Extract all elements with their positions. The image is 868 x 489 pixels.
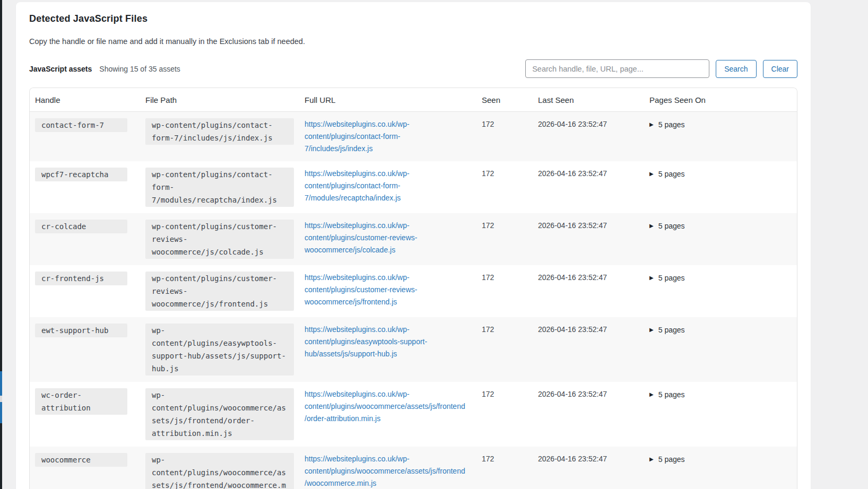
column-header-last-seen: Last Seen (533, 88, 644, 111)
file-path-badge: wp-content/plugins/customer-reviews-wooc… (145, 272, 294, 311)
assets-toolbar: JavaScript assets Showing 15 of 35 asset… (29, 59, 797, 78)
seen-count: 172 (476, 112, 533, 161)
column-header-full-url: Full URL (299, 88, 476, 111)
asset-url-link[interactable]: https://websiteplugins.co.uk/wp-content/… (305, 168, 467, 204)
last-seen-timestamp: 2026-04-16 23:52:47 (533, 447, 644, 489)
clear-button[interactable]: Clear (763, 60, 797, 78)
handle-badge: wpcf7-recaptcha (35, 168, 127, 181)
pages-expander[interactable]: ▶ 5 pages (649, 272, 685, 283)
file-path-badge: wp-content/plugins/easywptools-support-h… (145, 324, 294, 376)
pages-expander[interactable]: ▶ 5 pages (649, 119, 685, 130)
triangle-right-icon: ▶ (649, 169, 654, 179)
page-title: Detected JavaScript Files (29, 13, 797, 24)
seen-count: 172 (476, 447, 533, 489)
asset-url-link[interactable]: https://websiteplugins.co.uk/wp-content/… (305, 388, 467, 425)
last-seen-timestamp: 2026-04-16 23:52:47 (533, 112, 644, 161)
pages-seen-label: 5 pages (658, 325, 685, 335)
pages-expander[interactable]: ▶ 5 pages (649, 389, 685, 400)
pages-expander[interactable]: ▶ 5 pages (649, 220, 685, 231)
column-header-handle: Handle (30, 88, 140, 111)
seen-count: 172 (476, 382, 533, 447)
seen-count: 172 (476, 317, 533, 382)
column-header-pages-seen-on: Pages Seen On (644, 88, 797, 111)
search-input[interactable] (525, 59, 709, 78)
admin-menu-edge-highlight (0, 371, 2, 396)
pages-seen-label: 5 pages (658, 273, 685, 283)
seen-count: 172 (476, 213, 533, 265)
file-path-badge: wp-content/plugins/woocommerce/assets/js… (145, 453, 294, 489)
handle-badge: contact-form-7 (35, 118, 127, 132)
asset-url-link[interactable]: https://websiteplugins.co.uk/wp-content/… (305, 324, 467, 360)
table-row: contact-form-7 wp-content/plugins/contac… (30, 112, 797, 161)
pages-seen-label: 5 pages (658, 389, 685, 400)
seen-count: 172 (476, 265, 533, 317)
pages-seen-label: 5 pages (658, 454, 685, 465)
handle-badge: cr-frontend-js (35, 272, 127, 285)
asset-url-link[interactable]: https://websiteplugins.co.uk/wp-content/… (305, 118, 467, 155)
triangle-right-icon: ▶ (649, 221, 654, 231)
assets-table: Handle File Path Full URL Seen Last Seen… (29, 88, 797, 489)
last-seen-timestamp: 2026-04-16 23:52:47 (533, 317, 644, 382)
last-seen-timestamp: 2026-04-16 23:52:47 (533, 382, 644, 447)
page-description: Copy the handle or file name and add it … (29, 37, 797, 46)
handle-badge: wc-order-attribution (35, 388, 127, 415)
handle-badge: ewt-support-hub (35, 324, 127, 337)
table-row: wpcf7-recaptcha wp-content/plugins/conta… (30, 161, 797, 213)
file-path-badge: wp-content/plugins/woocommerce/assets/js… (145, 388, 294, 440)
pages-expander[interactable]: ▶ 5 pages (649, 168, 685, 179)
assets-count: Showing 15 of 35 assets (99, 65, 180, 73)
pages-seen-label: 5 pages (658, 119, 685, 130)
asset-url-link[interactable]: https://websiteplugins.co.uk/wp-content/… (305, 272, 467, 308)
table-header-row: Handle File Path Full URL Seen Last Seen… (30, 88, 797, 112)
file-path-badge: wp-content/plugins/customer-reviews-wooc… (145, 220, 294, 259)
assets-label: JavaScript assets (29, 65, 92, 73)
pages-seen-label: 5 pages (658, 169, 685, 179)
admin-menu-edge-gap (0, 396, 2, 402)
table-row: woocommerce wp-content/plugins/woocommer… (30, 447, 797, 489)
handle-badge: woocommerce (35, 453, 127, 467)
triangle-right-icon: ▶ (649, 390, 654, 399)
table-row: cr-colcade wp-content/plugins/customer-r… (30, 213, 797, 265)
admin-menu-edge-highlight (0, 402, 2, 423)
table-row: cr-frontend-js wp-content/plugins/custom… (30, 265, 797, 317)
table-body: contact-form-7 wp-content/plugins/contac… (30, 112, 797, 489)
admin-menu-edge (0, 0, 2, 489)
triangle-right-icon: ▶ (649, 273, 654, 283)
last-seen-timestamp: 2026-04-16 23:52:47 (533, 161, 644, 213)
seen-count: 172 (476, 161, 533, 213)
last-seen-timestamp: 2026-04-16 23:52:47 (533, 213, 644, 265)
triangle-right-icon: ▶ (649, 325, 654, 335)
asset-url-link[interactable]: https://websiteplugins.co.uk/wp-content/… (305, 453, 467, 489)
last-seen-timestamp: 2026-04-16 23:52:47 (533, 265, 644, 317)
search-group: Search Clear (525, 59, 797, 78)
file-path-badge: wp-content/plugins/contact-form-7/includ… (145, 118, 294, 145)
pages-expander[interactable]: ▶ 5 pages (649, 453, 685, 465)
column-header-seen: Seen (476, 88, 533, 111)
triangle-right-icon: ▶ (649, 120, 654, 129)
table-row: ewt-support-hub wp-content/plugins/easyw… (30, 317, 797, 382)
handle-badge: cr-colcade (35, 220, 127, 233)
search-button[interactable]: Search (716, 60, 756, 78)
file-path-badge: wp-content/plugins/contact-form-7/module… (145, 168, 294, 207)
detected-js-files-panel: Detected JavaScript Files Copy the handl… (16, 2, 811, 489)
asset-url-link[interactable]: https://websiteplugins.co.uk/wp-content/… (305, 220, 467, 256)
triangle-right-icon: ▶ (649, 455, 654, 464)
column-header-file-path: File Path (140, 88, 299, 111)
pages-seen-label: 5 pages (658, 221, 685, 231)
table-row: wc-order-attribution wp-content/plugins/… (30, 382, 797, 447)
pages-expander[interactable]: ▶ 5 pages (649, 324, 685, 335)
